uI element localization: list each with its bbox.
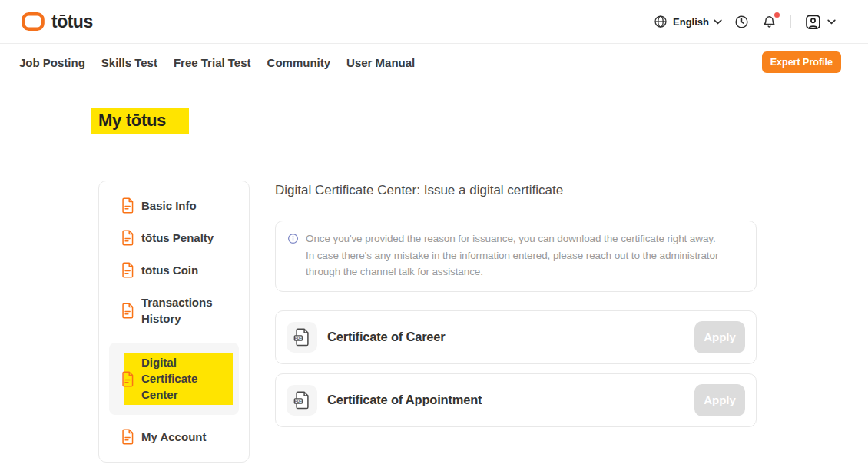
apply-button-career[interactable]: Apply [694,321,745,353]
page-content: My tōtus Basic Info [0,81,757,463]
document-icon [121,230,134,246]
info-icon [287,233,299,280]
certificate-panel: Digital Certificate Center: Issue a digi… [275,181,757,463]
nav-item-user-manual[interactable]: User Manual [346,56,415,69]
sidebar-item-label: tōtus Coin [141,262,198,278]
document-icon [121,197,134,214]
certificate-title: Certificate of Appointment [327,393,694,407]
certificate-card-appointment: PDF Certificate of Appointment Apply [275,373,757,427]
sidebar-item-label: Transactions History [141,294,239,327]
language-label: English [673,16,709,28]
account-icon [804,13,822,31]
svg-text:PDF: PDF [294,336,301,340]
brand-logo[interactable]: tōtus [22,12,93,32]
sidebar-item-transactions-history[interactable]: Transactions History [109,294,239,327]
sidebar-item-my-account[interactable]: My Account [109,429,239,445]
nav-item-free-trial-test[interactable]: Free Trial Test [174,56,251,69]
nav-item-skills-test[interactable]: Skills Test [101,56,157,69]
sidebar-item-label: tōtus Penalty [141,230,214,246]
top-header: tōtus English [0,0,868,44]
sidebar-item-basic-info[interactable]: Basic Info [109,197,239,214]
notice-line-2: In case there's any mistake in the infor… [306,247,742,280]
document-icon [121,371,134,387]
sidebar-item-label: My Account [141,429,206,445]
content-layout: Basic Info tōtus Penalty [98,181,757,463]
sidebar-item-label: Basic Info [141,197,197,214]
page-title: My tōtus [98,111,757,131]
expert-profile-button[interactable]: Expert Profile [762,51,841,73]
account-menu[interactable] [804,13,836,31]
main-nav: Job Posting Skills Test Free Trial Test … [0,44,868,81]
sidebar-item-totus-penalty[interactable]: tōtus Penalty [109,230,239,246]
notice-line-1: Once you've provided the reason for issu… [306,231,742,247]
globe-icon [653,14,668,29]
totus-logo-icon [22,12,45,32]
document-icon [121,429,134,445]
notification-dot [774,12,780,18]
history-button[interactable] [734,14,750,30]
document-icon [121,303,134,319]
page-title-highlight: My tōtus [91,108,189,134]
sidebar-item-label: Digital Certificate Center [124,353,233,405]
certificate-title: Certificate of Career [327,330,694,344]
nav-items: Job Posting Skills Test Free Trial Test … [19,56,415,69]
pdf-icon-box: PDF [287,385,317,416]
apply-button-appointment[interactable]: Apply [694,384,745,416]
section-title: Digital Certificate Center: Issue a digi… [275,182,757,198]
pdf-icon-box: PDF [287,322,317,353]
sidebar-item-digital-certificate-center[interactable]: Digital Certificate Center [109,343,239,415]
sidebar-item-totus-coin[interactable]: tōtus Coin [109,262,239,278]
info-notice: Once you've provided the reason for issu… [275,221,757,292]
heading-divider [98,151,757,151]
chevron-down-icon [714,19,722,25]
notice-text: Once you've provided the reason for issu… [306,231,742,280]
svg-text:PDF: PDF [294,399,301,403]
pdf-file-icon: PDF [293,391,311,410]
language-selector[interactable]: English [653,14,722,29]
brand-name: tōtus [51,12,93,32]
account-sidebar: Basic Info tōtus Penalty [98,181,250,463]
nav-item-job-posting[interactable]: Job Posting [19,56,85,69]
header-actions: English [653,13,836,31]
pdf-file-icon: PDF [293,328,311,347]
certificate-card-career: PDF Certificate of Career Apply [275,310,757,364]
document-icon [121,262,134,278]
clock-icon [734,14,750,30]
chevron-down-icon [827,19,836,25]
nav-item-community[interactable]: Community [267,56,331,69]
notifications-button[interactable] [761,14,777,30]
header-divider [790,15,791,28]
